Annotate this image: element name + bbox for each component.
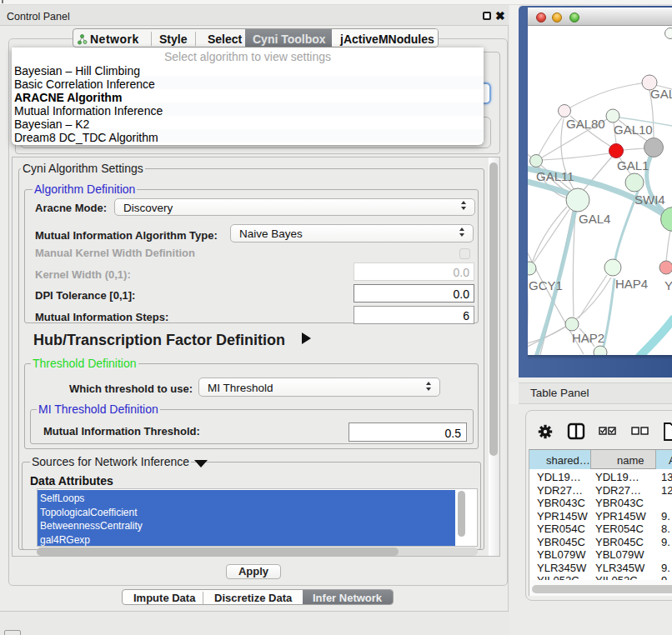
svg-text:SWI4: SWI4 [634, 192, 665, 207]
svg-text:HAP4: HAP4 [615, 277, 648, 291]
svg-text:GAL10: GAL10 [614, 122, 653, 137]
svg-text:GAL4: GAL4 [579, 212, 610, 226]
svg-text:HAP2: HAP2 [572, 331, 604, 345]
svg-text:YEL: YEL [664, 278, 672, 292]
svg-text:GAL1: GAL1 [617, 158, 649, 172]
svg-text:GAL80: GAL80 [566, 117, 605, 131]
svg-text:GAL11: GAL11 [536, 169, 574, 183]
svg-text:GCY1: GCY1 [529, 278, 563, 292]
svg-text:GAL2: GAL2 [650, 87, 672, 101]
